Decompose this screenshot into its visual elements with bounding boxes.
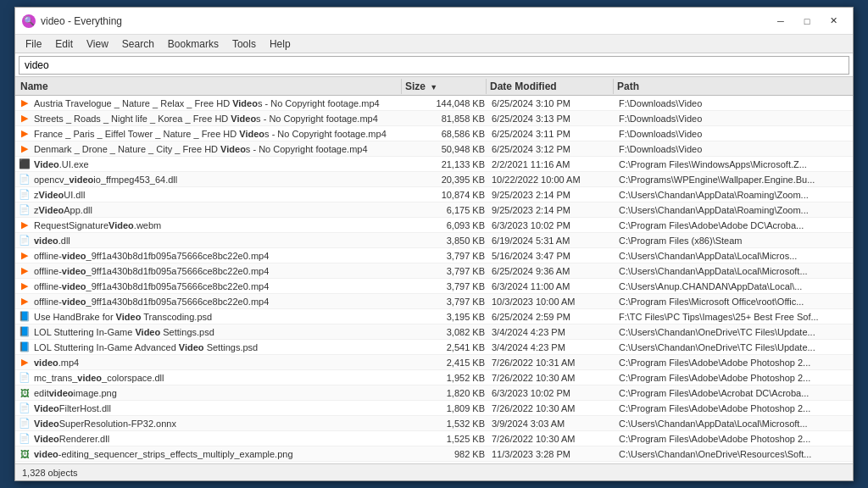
- file-date: 6/25/2024 3:11 PM: [488, 129, 615, 139]
- col-size[interactable]: Size ▼: [402, 79, 487, 94]
- png-icon: 🖼: [19, 387, 31, 399]
- dll-icon: 📄: [19, 204, 31, 216]
- file-path: C:\Users\Chandan\AppData\Local\Microsoft…: [615, 266, 853, 276]
- file-size: 3,797 KB: [403, 297, 488, 307]
- file-name: mc_trans_video_colorspace.dll: [34, 373, 164, 383]
- table-row[interactable]: 🖼video-editing_sequencer_strips_effects_…: [15, 446, 853, 462]
- menu-item-tools[interactable]: Tools: [225, 36, 263, 52]
- status-count: 1,328 objects: [22, 468, 77, 478]
- file-name: Use HandBrake for Video Transcoding.psd: [34, 312, 212, 322]
- mp4-icon: ▶: [19, 296, 31, 308]
- window-title: video - Everything: [41, 15, 768, 27]
- file-path: C:\Users\Chandan\AppData\Local\Microsoft…: [615, 419, 853, 429]
- table-row[interactable]: 📄VideoFilterHost.dll1,809 KB7/26/2022 10…: [15, 401, 853, 416]
- file-name: VideoFilterHost.dll: [34, 403, 111, 413]
- col-name[interactable]: Name: [17, 79, 402, 94]
- file-path: C:\Users\Chandan\AppData\Local\Micros...: [615, 251, 853, 261]
- table-row[interactable]: 📄zVideoApp.dll6,175 KB9/25/2023 2:14 PMC…: [15, 202, 853, 218]
- file-date: 5/16/2024 3:47 PM: [488, 251, 615, 261]
- table-row[interactable]: ▶offline-video_9ff1a430b8d1fb095a75666ce…: [15, 294, 853, 309]
- mp4-icon: ▶: [19, 357, 31, 369]
- file-path: C:\Program Files\Adobe\Adobe Photoshop 2…: [615, 358, 853, 368]
- file-path: C:\Program Files\WindowsApps\Microsoft.Z…: [615, 159, 853, 169]
- file-size: 3,797 KB: [403, 281, 488, 291]
- table-row[interactable]: 📄VideoRenderer.dll1,525 KB7/26/2022 10:3…: [15, 431, 853, 446]
- file-size: 50,948 KB: [403, 144, 488, 154]
- maximize-button[interactable]: □: [794, 13, 820, 30]
- col-date[interactable]: Date Modified: [487, 79, 614, 94]
- table-row[interactable]: ▶France _ Paris _ Eiffel Tower _ Nature …: [15, 126, 853, 141]
- file-date: 7/26/2022 10:30 AM: [488, 434, 615, 444]
- mp4-icon: ▶: [19, 280, 31, 292]
- menu-item-view[interactable]: View: [80, 36, 115, 52]
- menu-item-file[interactable]: File: [19, 36, 48, 52]
- file-path: F:\Downloads\Video: [615, 144, 853, 154]
- menu-item-bookmarks[interactable]: Bookmarks: [161, 36, 225, 52]
- file-path: C:\Program Files\Adobe\Adobe Photoshop 2…: [615, 373, 853, 383]
- table-row[interactable]: 📘LOL Stuttering In-Game Advanced Video S…: [15, 340, 853, 355]
- table-row[interactable]: 📄VideoSuperResolution-FP32.onnx1,532 KB3…: [15, 416, 853, 431]
- mp4-icon: ▶: [19, 143, 31, 155]
- file-name: offline-video_9ff1a430b8d1fb095a75666ce8…: [34, 266, 269, 276]
- file-path: C:\Program Files\Adobe\Adobe Photoshop 2…: [615, 403, 853, 413]
- table-row[interactable]: 📄video.dll3,850 KB6/19/2024 5:31 AMC:\Pr…: [15, 233, 853, 248]
- table-row[interactable]: 📄opencv_videoio_ffmpeg453_64.dll20,395 K…: [15, 172, 853, 187]
- table-row[interactable]: 📄mc_trans_video_colorspace.dll1,952 KB7/…: [15, 370, 853, 385]
- file-name: LOL Stuttering In-Game Advanced Video Se…: [34, 342, 258, 352]
- table-row[interactable]: 📄zVideoUI.dll10,874 KB9/25/2023 2:14 PMC…: [15, 187, 853, 202]
- file-path: C:\Users\Chandan\AppData\Roaming\Zoom...: [615, 190, 853, 200]
- file-date: 3/4/2024 4:23 PM: [488, 342, 615, 352]
- menu-bar: FileEditViewSearchBookmarksToolsHelp: [15, 35, 853, 53]
- table-row[interactable]: ⬛Video.UI.exe21,133 KB2/2/2021 11:16 AMC…: [15, 157, 853, 172]
- file-date: 9/25/2023 2:14 PM: [488, 205, 615, 215]
- psd-icon: 📘: [19, 311, 31, 323]
- table-row[interactable]: ▶Streets _ Roads _ Night life _ Korea _ …: [15, 111, 853, 126]
- file-size: 3,797 KB: [403, 266, 488, 276]
- file-date: 7/26/2022 10:30 AM: [488, 373, 615, 383]
- file-date: 3/4/2024 4:23 PM: [488, 327, 615, 337]
- table-header: Name Size ▼ Date Modified Path: [15, 77, 853, 96]
- col-path[interactable]: Path: [614, 79, 851, 94]
- main-window: 🔍 video - Everything ─ □ ✕ FileEditViewS…: [14, 7, 854, 481]
- table-row[interactable]: 📘LOL Stuttering In-Game Video Settings.p…: [15, 324, 853, 340]
- table-row[interactable]: ▶Denmark _ Drone _ Nature _ City _ Free …: [15, 141, 853, 157]
- file-size: 3,082 KB: [403, 327, 488, 337]
- menu-item-search[interactable]: Search: [115, 36, 161, 52]
- window-controls: ─ □ ✕: [768, 13, 846, 30]
- file-name: Video.UI.exe: [34, 159, 89, 169]
- file-date: 7/26/2022 10:31 AM: [488, 358, 615, 368]
- file-size: 982 KB: [403, 449, 488, 459]
- close-button[interactable]: ✕: [821, 13, 846, 30]
- menu-item-help[interactable]: Help: [263, 36, 298, 52]
- file-size: 1,525 KB: [403, 434, 488, 444]
- file-date: 6/25/2024 3:12 PM: [488, 144, 615, 154]
- table-row[interactable]: 🖼editvideoimage.png1,820 KB6/3/2023 10:0…: [15, 385, 853, 401]
- menu-item-edit[interactable]: Edit: [48, 36, 80, 52]
- table-row[interactable]: ▶RequestSignatureVideo.webm6,093 KB6/3/2…: [15, 218, 853, 233]
- file-size: 3,850 KB: [403, 236, 488, 246]
- dll-icon: 📄: [19, 433, 31, 445]
- table-row[interactable]: 📘Use HandBrake for Video Transcoding.psd…: [15, 309, 853, 324]
- minimize-button[interactable]: ─: [768, 13, 793, 30]
- mp4-icon: ▶: [19, 113, 31, 125]
- file-date: 6/25/2024 2:59 PM: [488, 312, 615, 322]
- search-input[interactable]: [19, 56, 849, 75]
- table-row[interactable]: ▶offline-video_9ff1a430b8d1fb095a75666ce…: [15, 263, 853, 279]
- file-name: VideoRenderer.dll: [34, 434, 109, 444]
- table-row[interactable]: ▶offline-video_9ff1a430b8d1fb095a75666ce…: [15, 279, 853, 294]
- table-row[interactable]: ▶Austria Travelogue _ Nature _ Relax _ F…: [15, 96, 853, 111]
- png-icon: 🖼: [19, 448, 31, 460]
- file-size: 1,532 KB: [403, 419, 488, 429]
- file-path: C:\Users\Chandan\OneDrive\TC Files\Updat…: [615, 327, 853, 337]
- search-bar: [15, 53, 853, 77]
- file-name: LOL Stuttering In-Game Video Settings.ps…: [34, 327, 214, 337]
- exe-icon: ⬛: [19, 158, 31, 170]
- table-row[interactable]: ▶offline-video_9ff1a430b8d1fb095a75666ce…: [15, 248, 853, 263]
- file-name: offline-video_9ff1a430b8d1fb095a75666ce8…: [34, 281, 269, 291]
- file-size: 81,858 KB: [403, 114, 488, 124]
- table-row[interactable]: ▶video.mp42,415 KB7/26/2022 10:31 AMC:\P…: [15, 355, 853, 370]
- file-list[interactable]: ▶Austria Travelogue _ Nature _ Relax _ F…: [15, 96, 853, 463]
- dll-icon: 📄: [19, 372, 31, 384]
- mp4-icon: ▶: [19, 265, 31, 277]
- psd-icon: 📘: [19, 341, 31, 353]
